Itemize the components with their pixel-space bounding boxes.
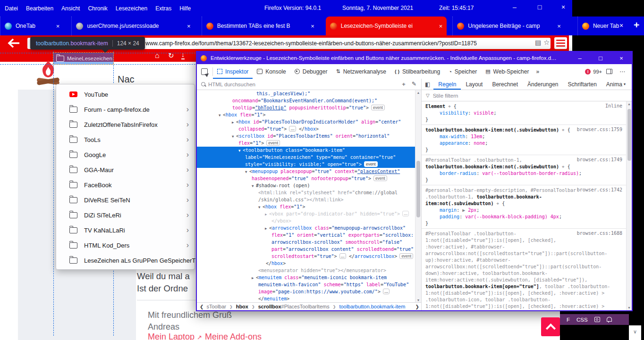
bookmarks-menu-item[interactable]: Forum - camp-firefox.de › [56,102,195,117]
markup-line[interactable]: ▼ <hbox flex="1"> [197,111,415,118]
breadcrumb-scroll-right-icon[interactable]: ❯ [415,304,419,309]
markup-line[interactable]: scrolledtostart="true">… </arrowscrollbo… [197,253,415,260]
bookmarks-menu-item[interactable]: ZuletztOffeneTabsInFirefox › [56,117,195,132]
browser-tab[interactable]: OneTab × [0,17,64,35]
markup-line[interactable]: ▼ <menupopup placespopup="true" context=… [197,168,415,175]
tab-close-icon[interactable]: × [187,23,191,30]
markup-line[interactable]: tooltip="bhTooltip" popupsinherittooltip… [197,104,415,111]
rules-panel[interactable]: Inline Element ⌖ { visibility: visible;}… [422,101,626,310]
markup-line[interactable]: image="page-icon:https://www.youtube.com… [197,288,415,295]
error-badge-icon[interactable]: ! [585,69,591,75]
close-button[interactable]: × [556,3,570,11]
sidebar-tab[interactable]: Layout [461,79,487,90]
more-panels-chevron-icon[interactable]: » [533,68,542,75]
css-rule[interactable]: browser.css:1688 #PersonalToolbar .toolb… [422,229,626,310]
devtools-panel-tab[interactable]: Stilbearbeitung [390,64,444,79]
breadcrumb-item[interactable]: scrollbox#PlacesToolbarItems [258,304,339,309]
scroll-up-icon[interactable]: ▲ [415,91,421,94]
devtools-panel-tab[interactable]: Konsole [253,64,290,79]
moderation-icon[interactable] [594,317,600,322]
markup-line[interactable]: ▼ <hbox flex="1"> [197,203,415,210]
scroll-down-icon[interactable]: ▼ [627,306,632,309]
bookmarks-menu-item[interactable]: DiZi SiTeLeRi › [56,207,195,223]
menubar-item[interactable]: Chronik [88,5,107,12]
rule-declaration-line[interactable]: } [425,177,626,183]
quick-bar-item[interactable]: F [567,317,570,323]
menubar-item[interactable]: Hilfe [179,5,191,12]
node-picker-icon[interactable] [201,68,208,75]
bookmarks-menu-item[interactable]: TooLs › [56,132,195,147]
sidebar-tab[interactable]: Schriftarten [563,79,602,90]
markup-line[interactable]: /skin/global.css"></html:link> [197,196,415,203]
notification-bell-icon[interactable] [607,317,612,322]
split-console-icon[interactable] [606,69,612,74]
sidebar-tab[interactable]: Anima ▾ [602,79,630,90]
devtools-panel-tab[interactable]: Netzwerkanalyse [331,64,390,79]
sidebar-tab[interactable]: Berechnet [487,79,523,90]
menubar-item[interactable]: Datei [5,5,18,12]
breadcrumb-scroll-left-icon[interactable]: ❮ [200,304,203,309]
rule-declaration-line[interactable]: } [425,220,626,227]
breadcrumb-item[interactable]: sToolbar [206,304,236,309]
breadcrumb-item[interactable]: hbox [236,304,258,309]
bookmarks-menu-item[interactable]: TV KaNaLLaRi › [56,223,195,238]
css-rule[interactable]: browser.css:1759 toolbarbutton.bookmark-… [422,125,626,155]
bookmarks-menu-item[interactable]: FaceBook › [56,177,195,192]
devtools-panel-tab[interactable]: Speicher [444,64,481,79]
markup-line[interactable]: ▶ <arrowscrollbox class="menupopup-arrow… [197,224,415,232]
search-input[interactable]: HTML durchsuchen [208,82,255,87]
minimize-button[interactable]: – [508,3,522,11]
menubar-item[interactable]: Extras [155,5,171,12]
rule-source-link[interactable]: browser.css:1749 [577,157,622,162]
reader-view-icon[interactable]: ▤ [535,39,541,46]
rules-scrollbar[interactable]: ▲ ▼ [626,101,632,310]
css-link[interactable]: CSS [576,317,588,323]
markup-line[interactable]: </hbox> [197,260,415,267]
markup-line[interactable]: ▼ <toolbarbutton class="bookmark-item" [197,147,415,154]
rule-declaration-line[interactable]: padding: var(--bookmark-block-padding) 4… [425,214,626,220]
markup-view[interactable]: this._placesView);"oncommand="BookmarksE… [197,90,415,303]
markup-line[interactable]: </menuitem> [197,295,415,302]
menubar-item[interactable]: Ansicht [61,5,80,12]
devtools-meatball-menu-icon[interactable]: ⋯ [617,68,628,75]
markup-line[interactable]: this._placesView);" [197,90,415,97]
css-rule[interactable]: Inline Element ⌖ { visibility: visible;} [422,101,626,125]
rule-source-link[interactable]: browser.css:1759 [577,127,622,132]
scroll-up-icon[interactable]: ▲ [627,102,632,106]
markup-line[interactable]: menuitem-with-favicon" scheme="https" la… [197,281,415,288]
markup-line[interactable]: ▶ <hbox id="PlacesToolbarDropIndicatorHo… [197,118,415,125]
sidebar-dock-icon[interactable]: ◧ [422,81,433,88]
bookmarks-menu-item[interactable]: LeseZeichen aLs GruPPen GeSpeicherT › [56,253,195,268]
bookmarks-menu-item[interactable]: YouTube [56,87,195,102]
markup-line[interactable]: label="MeineLesezeichen" type="menu" con… [197,154,415,161]
add-node-button[interactable]: + [402,81,406,88]
browser-tab[interactable]: Lesezeichen-Symbolleiste ei × [326,17,447,35]
devtools-close-button[interactable]: × [611,55,632,62]
sidebar-tab[interactable]: Änderungen [523,79,563,90]
markup-line[interactable]: hasbeenopened="true" nofooterpopup="true… [197,175,415,182]
eyedropper-icon[interactable]: ✎ [412,81,416,88]
rule-declaration-line[interactable]: border-radius: var(--toolbarbutton-borde… [425,170,626,177]
browser-tab[interactable]: Ungelesene Beiträge - camp × [452,17,565,35]
tab-close-icon[interactable]: × [56,23,60,30]
markup-line[interactable]: ▼ #shadow-root (open) [197,182,415,189]
rule-declaration-line[interactable]: max-width: 13em; [425,133,626,140]
markup-line[interactable]: ▼ <scrollbox id="PlacesToolbarItems" ori… [197,133,415,140]
bookmarks-menu-item[interactable]: DiVeRsE SeiTeN › [56,192,195,207]
markup-line[interactable]: arrowscrollbox-scrollbox" smoothscroll="… [197,239,415,246]
css-rule[interactable]: browser.css:1749 #PersonalToolbar .toolb… [422,155,626,185]
rule-declaration-line[interactable]: } [425,147,626,153]
tab-close-icon[interactable]: × [311,23,314,30]
devtools-maximize-button[interactable]: □ [590,55,611,62]
devtools-panel-tab[interactable]: Debugger [290,64,332,79]
markup-line[interactable]: style="visibility: visible;" open="true"… [197,161,415,168]
css-rule[interactable]: browser.css:1742 #personal-toolbar-empty… [422,185,626,229]
tab-close-icon[interactable]: × [619,22,623,29]
markup-line[interactable]: </vbox> [197,217,415,224]
rule-declaration-line[interactable]: } [425,116,626,123]
sidebar-tab[interactable]: Regeln [433,79,461,90]
menubar-item[interactable]: Bearbeiten [26,5,53,12]
addons-link[interactable]: Meine Add-ons [205,332,262,340]
rule-declaration-line[interactable]: appearance: none; [425,140,626,147]
scroll-down-icon[interactable]: ▼ [415,299,421,302]
